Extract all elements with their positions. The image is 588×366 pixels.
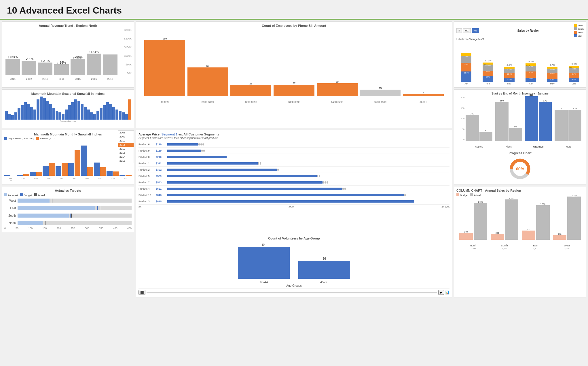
stacked-feb: -17.3% 1.5% 9.0% -33.2% 1.5% Feb	[478, 59, 498, 85]
btn-pct-sum[interactable]: %Σ	[463, 28, 471, 33]
seasonal-bar-10	[37, 99, 39, 120]
snowfall-seasonal-chart: Mammoth Mountain Seasonal Snowfall in In…	[2, 89, 134, 128]
inventory-title: Start vs End of Month Inventory - Januar…	[456, 92, 584, 95]
price-row-p8: Product 8 $210	[139, 154, 449, 160]
employees-x-labels: $0-$99 $100-$199 $200-$299 $300-$399 $40…	[144, 101, 444, 103]
avg-price-title: Average Price: Segment 1 vs. All Custome…	[139, 133, 449, 136]
seasonal-bar-7	[27, 104, 30, 120]
targets-legend: Forecast Budget Actual	[4, 193, 132, 197]
snowfall-seasonal-title: Mammoth Mountain Seasonal Snowfall in In…	[4, 92, 132, 95]
inv-pears: 120 120	[555, 107, 581, 141]
stacked-jun: -5.3% -1.6% -5.7% -12.0% 8.9% Jun	[564, 63, 584, 85]
targets-row-south: South	[4, 214, 132, 218]
seasonal-bar-39	[128, 99, 131, 120]
donut-60-container: 60%	[456, 156, 584, 182]
employees-chart-area: 130 67 26 27	[139, 29, 449, 103]
seasonal-bar-32	[106, 102, 109, 120]
sales-region-chart: $ %Σ %↕ Sales by Region West South North…	[454, 21, 586, 88]
seasonal-bar-20	[68, 105, 71, 120]
page-title: 10 Advanced Excel Charts	[7, 5, 581, 16]
targets-x-axis: 0 50 100 150 200 250 300 350 400 450	[4, 227, 132, 230]
targets-row-west: West	[4, 199, 132, 203]
count-volunteers-title: Count of Volunteers by Age Group	[139, 237, 449, 240]
inv-y-axis: 200 150 100 50 0	[456, 96, 464, 141]
inv-kiwis: 150 50	[495, 99, 522, 141]
seasonal-bar-3	[14, 112, 17, 120]
vol-nav-next[interactable]: ▶	[438, 290, 444, 295]
btn-pct-arrow[interactable]: %↕	[472, 28, 479, 33]
monthly-bar-group-1	[17, 174, 29, 176]
vol-nav-prev[interactable]: ⬛	[139, 290, 145, 295]
seasonal-bar-17	[58, 112, 61, 120]
volunteers-x-title: Age Groups	[139, 284, 449, 287]
region-legend: West South North East	[574, 24, 584, 37]
year-selector[interactable]: 2008 2009 2010 2011 2012 2013 2014 2015	[118, 130, 134, 163]
actual-targets-title: Actual vs Targets	[4, 189, 132, 192]
price-row-p10: Product 10 $843	[139, 192, 449, 198]
emp-bar-6: 5	[403, 91, 444, 96]
monthly-bar-group-8	[107, 171, 119, 176]
bar-group-2016: ↑+34%	[87, 50, 101, 75]
seasonal-bar-29	[96, 111, 99, 120]
region-label: Labels: % Change MoM	[456, 38, 584, 41]
revenue-x-labels: 2011 2012 2013 2014 2015 2016 2017	[4, 78, 119, 80]
seasonal-bar-15	[52, 108, 55, 120]
monthly-bar-group-2	[30, 172, 42, 176]
monthly-bar-group-6	[81, 146, 93, 176]
inventory-x-labels: Apples Kiwis Oranges Pears	[466, 145, 581, 148]
seasonal-bar-31	[103, 105, 106, 120]
annual-sales-title: COLUMN CHART - Annual Sales by Region	[456, 189, 584, 192]
seasonal-bar-23	[77, 101, 80, 120]
count-volunteers-chart: Count of Volunteers by Age Group 64 36 1…	[136, 234, 452, 297]
seasonal-bar-18	[62, 114, 65, 120]
revenue-y-axis: $250K $200K $150K $100K $50K $0K	[120, 29, 132, 75]
price-row-p2: Product 2 $392	[139, 167, 449, 173]
count-employees-title: Count of Employees by Phone Bill Amount	[139, 24, 449, 27]
seasonal-bar-33	[109, 104, 112, 120]
stacked-jan: -21.7% 5.6% -6.1% Jan	[456, 53, 476, 85]
targets-row-north: North	[4, 221, 132, 225]
monthly-bar-group-0	[4, 175, 16, 176]
seasonal-bar-16	[56, 111, 58, 120]
seasonal-bar-14	[49, 104, 52, 120]
annual-revenue-chart: Annual Revenue Trend - Region: North $25…	[2, 21, 134, 88]
price-row-p3: Product 3 $875	[139, 198, 449, 205]
targets-rows: West East South	[4, 199, 132, 225]
monthly-legend: Avg Snowfall (1970-2015) Snowfall (2011)	[4, 137, 132, 140]
snowfall-monthly-title: Mammoth Mountain Monthly Snowfall Inches	[4, 133, 132, 136]
seasonal-bar-2	[11, 115, 14, 120]
bar-group-2015: ↑+50%	[71, 56, 85, 75]
vol-scrollbar[interactable]	[147, 292, 437, 293]
vol-chart-icon: 📊	[445, 290, 449, 295]
seasonal-bar-11	[40, 97, 43, 120]
monthly-bar-group-9	[120, 175, 132, 176]
targets-row-east: East	[4, 206, 132, 210]
seasonal-bar-19	[65, 110, 68, 120]
annual-revenue-title: Annual Revenue Trend - Region: North	[4, 24, 132, 27]
seasonal-bar-8	[30, 107, 33, 120]
region-toolbar: $ %Σ %↕	[456, 28, 479, 33]
volunteers-x-labels: 10-44 45-80	[144, 280, 444, 284]
inventory-pears-label: Pears	[555, 145, 581, 148]
revenue-bars: ↑+33% ↓-11% ↓-31% ↓-16% ↑+50%	[4, 29, 119, 75]
seasonal-bar-6	[24, 102, 27, 120]
emp-bar-3: 27	[274, 82, 314, 96]
progress-60-title: Progress Chart	[456, 151, 584, 155]
seasonal-bar-36	[119, 111, 122, 120]
bar-group-2011: ↑+33%	[5, 55, 20, 75]
seasonal-bar-9	[33, 110, 36, 120]
monthly-bars-area: Pre OctOctNovDecJanFebMarAprMayJun	[4, 141, 132, 182]
seasonal-bar-25	[84, 107, 87, 120]
monthly-x-labels: Pre OctOctNovDecJanFebMarAprMayJun	[4, 178, 132, 182]
monthly-bar-group-3	[43, 163, 55, 176]
emp-bar-5: 15	[360, 87, 401, 96]
btn-dollar[interactable]: $	[456, 28, 462, 33]
avg-price-subtitle: Segment 1 prices are LOWER than other se…	[139, 137, 449, 139]
seasonal-bar-27	[90, 112, 93, 120]
emp-bar-4: 30	[317, 80, 358, 96]
price-row-p1: Product 1 $322	[139, 160, 449, 167]
stacked-mar: -8.0% -1.5% -25.8% -1.5% Mar	[499, 64, 519, 85]
volunteers-bars: 64 36	[144, 244, 444, 279]
progress-60-section: Progress Chart 60%	[456, 150, 584, 182]
volunteers-chart-area: 64 36 10-44 45-80 Age Groups	[139, 241, 449, 287]
